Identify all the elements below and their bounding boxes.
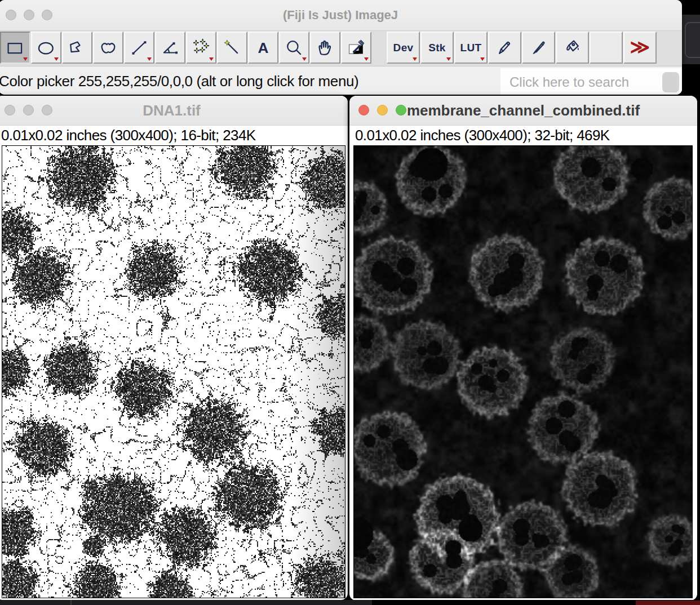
traffic-lights (358, 105, 406, 115)
zoom-window-button[interactable] (42, 10, 52, 20)
minimize-button[interactable] (377, 105, 388, 115)
tool-oval-button[interactable] (31, 32, 61, 64)
tool-more-label: ≫ (630, 37, 650, 56)
tool-zoom-button[interactable] (279, 32, 309, 64)
scrollbar-thumb[interactable] (662, 72, 679, 92)
image-info-bar: 0.01x0.02 inches (300x400); 16-bit; 234K (0, 126, 348, 146)
minimize-button[interactable] (24, 10, 34, 20)
tool-rectangle-button[interactable] (0, 32, 30, 64)
tool-menu-arrow-icon (480, 57, 485, 61)
tool-lut-label: LUT (460, 42, 482, 54)
tool-hand-button[interactable] (310, 32, 340, 64)
tool-menu-arrow-icon (23, 57, 28, 61)
tool-menu-arrow-icon (446, 57, 451, 61)
tool-menu-arrow-icon (209, 57, 214, 61)
close-button[interactable] (6, 10, 16, 20)
dock-strip (0, 600, 372, 605)
tool-dev-label: Dev (393, 42, 414, 54)
status-row: Color picker 255,255,255/0,0,0 (alt or l… (0, 66, 682, 95)
tool-fill-button[interactable] (556, 32, 589, 64)
tool-polygon-button[interactable] (62, 32, 92, 64)
close-button[interactable] (5, 105, 15, 115)
minimize-button[interactable] (23, 105, 34, 115)
background-app-panel (680, 15, 700, 64)
tool-freehand-button[interactable] (93, 32, 123, 64)
tool-lut-button[interactable]: LUT (454, 32, 488, 64)
tool-bar: ADevStkLUT≫ (0, 31, 682, 66)
tool-menu-arrow-icon (364, 57, 369, 61)
zoom-window-button[interactable] (396, 105, 406, 115)
tool-empty-button[interactable] (590, 32, 623, 64)
tool-color-picker-button[interactable] (341, 32, 371, 64)
status-text: Color picker 255,255,255/0,0,0 (alt or l… (0, 73, 358, 90)
traffic-lights (5, 105, 52, 115)
window-title: membrane_channel_combined.tif (407, 102, 640, 119)
tool-stacks-label: Stk (428, 42, 445, 54)
imagej-main-window: (Fiji Is Just) ImageJ ADevStkLUT≫ Color … (0, 0, 682, 95)
tool-stacks-button[interactable]: Stk (420, 32, 454, 64)
tool-menu-arrow-icon (302, 57, 307, 61)
tool-dev-button[interactable]: Dev (387, 32, 420, 64)
tool-line-button[interactable] (124, 32, 154, 64)
tool-pencil-button[interactable] (488, 32, 521, 64)
tool-more-button[interactable]: ≫ (623, 32, 657, 64)
desktop: (Fiji Is Just) ImageJ ADevStkLUT≫ Color … (0, 0, 700, 605)
dna-image-window[interactable]: DNA1.tif 0.01x0.02 inches (300x400); 16-… (0, 96, 348, 600)
tool-point-button[interactable] (186, 32, 216, 64)
search-placeholder: Click here to search (510, 74, 629, 90)
tool-brush-button[interactable] (522, 32, 555, 64)
svg-text:A: A (258, 39, 269, 56)
dna-titlebar[interactable]: DNA1.tif (0, 96, 348, 126)
traffic-lights (6, 10, 52, 20)
membrane-image-canvas[interactable] (353, 145, 693, 598)
tool-text-button[interactable]: A (248, 32, 278, 64)
window-title: DNA1.tif (143, 102, 201, 119)
zoom-window-button[interactable] (42, 105, 52, 115)
membrane-titlebar[interactable]: membrane_channel_combined.tif (349, 96, 697, 126)
dna-image-canvas[interactable] (2, 145, 345, 598)
dock-divider (70, 600, 72, 605)
tool-angle-button[interactable] (155, 32, 185, 64)
desktop-bottom-strip (0, 600, 700, 605)
tool-wand-button[interactable] (217, 32, 247, 64)
window-title: (Fiji Is Just) ImageJ (283, 8, 398, 23)
background-red-bar (636, 600, 700, 605)
tool-menu-arrow-icon (147, 57, 152, 61)
background-app-button (685, 22, 700, 58)
imagej-titlebar[interactable]: (Fiji Is Just) ImageJ (0, 0, 682, 31)
image-info-bar: 0.01x0.02 inches (300x400); 32-bit; 469K (349, 126, 697, 146)
search-input[interactable]: Click here to search (500, 68, 682, 95)
membrane-image-window[interactable]: membrane_channel_combined.tif 0.01x0.02 … (349, 96, 697, 600)
close-button[interactable] (358, 105, 369, 115)
tool-menu-arrow-icon (413, 57, 417, 61)
tool-menu-arrow-icon (54, 57, 59, 61)
